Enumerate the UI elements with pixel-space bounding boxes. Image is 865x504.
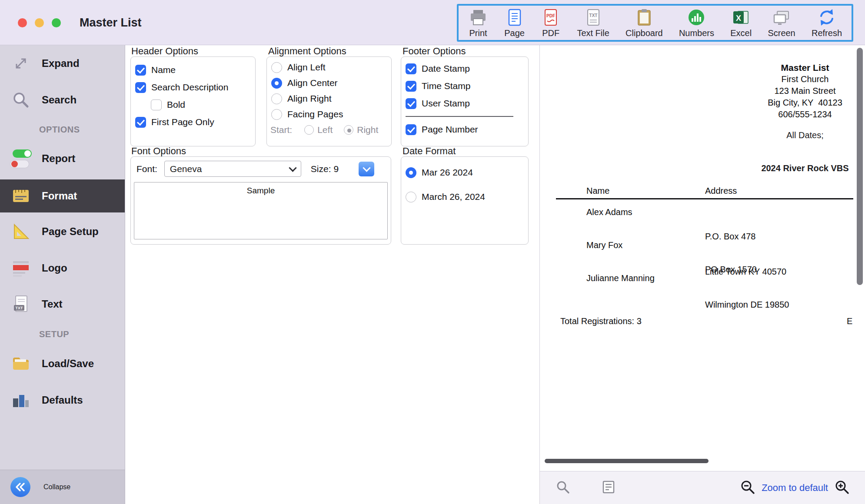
folder-icon xyxy=(10,353,31,374)
align-left-radio[interactable] xyxy=(271,62,282,73)
doc-row-name: Mary Fox xyxy=(586,240,622,250)
magnifier-icon xyxy=(556,480,570,494)
time-stamp-checkbox[interactable] xyxy=(406,81,416,92)
format-panel: Header Options Name Search Description B… xyxy=(126,45,539,504)
date-format-title: Date Format xyxy=(403,146,456,157)
zoom-to-default-link[interactable]: Zoom to default xyxy=(762,482,828,494)
size-label: Size: 9 xyxy=(311,164,339,174)
search-description-checkbox-label: Search Description xyxy=(151,82,228,93)
bold-checkbox-label: Bold xyxy=(167,99,185,110)
vertical-scrollbar-thumb[interactable] xyxy=(857,48,863,285)
sidebar-section-setup: SETUP xyxy=(39,329,69,339)
radio-row-align-center: Align Center xyxy=(267,75,391,91)
start-row: Start: Left Right xyxy=(267,122,391,138)
start-left-radio[interactable] xyxy=(304,125,314,135)
font-select-value: Geneva xyxy=(170,164,202,174)
zoom-out-icon xyxy=(740,479,755,495)
print-button[interactable]: Print xyxy=(468,7,488,38)
preview-bottom-bar: Zoom to default xyxy=(540,471,865,504)
zoom-window-button[interactable] xyxy=(52,18,61,27)
checkbox-row-search-description: Search Description xyxy=(131,79,255,96)
ruler-icon xyxy=(10,186,31,206)
start-left-label: Left xyxy=(317,125,333,135)
screen-button[interactable]: Screen xyxy=(768,7,795,38)
sidebar-item-load-save[interactable]: Load/Save xyxy=(0,345,125,382)
text-file-button[interactable]: TXT Text File xyxy=(577,7,609,38)
bold-checkbox[interactable] xyxy=(151,99,162,110)
pdf-button[interactable]: PDF PDF xyxy=(541,7,561,38)
radio-row-align-left: Align Left xyxy=(267,60,391,75)
doc-column-header-name: Name xyxy=(586,186,609,196)
user-stamp-checkbox[interactable] xyxy=(406,98,416,109)
doc-org-line: 123 Main Street xyxy=(649,85,865,97)
sidebar-item-defaults[interactable]: Defaults xyxy=(0,382,125,418)
sidebar-item-expand[interactable]: Expand xyxy=(0,45,125,82)
sidebar-item-text[interactable]: TXT Text xyxy=(0,286,125,322)
horizontal-scrollbar-thumb[interactable] xyxy=(545,459,709,463)
page-label: Page xyxy=(504,28,525,38)
zoom-out-button[interactable] xyxy=(740,479,755,497)
sidebar-item-format[interactable]: Format xyxy=(0,179,125,212)
page-number-checkbox[interactable] xyxy=(406,124,416,135)
sidebar-item-logo[interactable]: Logo xyxy=(0,250,125,286)
preview-bar-right: Zoom to default xyxy=(740,479,865,497)
sidebar-item-report[interactable]: Report xyxy=(0,140,125,177)
checkbox-row-time-stamp: Time Stamp xyxy=(401,77,528,95)
magnifier-icon xyxy=(10,90,31,110)
numbers-label: Numbers xyxy=(679,28,714,38)
facing-pages-radio[interactable] xyxy=(271,109,282,120)
sidebar-item-page-setup[interactable]: Page Setup xyxy=(0,213,125,250)
sidebar-label-text: Text xyxy=(42,298,63,310)
doc-total-line: Total Registrations: 3 xyxy=(560,316,642,326)
preview-document-button[interactable] xyxy=(602,480,615,496)
numbers-button[interactable]: Numbers xyxy=(679,7,714,38)
doc-org-line: 606/555-1234 xyxy=(649,109,865,120)
traffic-lights xyxy=(18,18,61,27)
chevron-down-icon xyxy=(363,164,370,172)
sidebar-label-page-setup: Page Setup xyxy=(42,225,99,238)
printer-icon xyxy=(468,7,488,27)
collapse-button[interactable] xyxy=(10,477,30,497)
excel-button[interactable]: X Excel xyxy=(730,7,752,38)
chevron-down-icon xyxy=(289,164,296,172)
align-center-radio[interactable] xyxy=(271,78,282,89)
minimize-window-button[interactable] xyxy=(35,18,44,27)
doc-dates-line: All Dates; xyxy=(649,130,865,140)
preview-search-button[interactable] xyxy=(556,480,570,496)
align-right-radio-label: Align Right xyxy=(287,93,332,104)
zoom-in-button[interactable] xyxy=(834,479,850,497)
alignment-options-title: Alignment Options xyxy=(268,46,346,57)
doc-header-block: Master List First Church 123 Main Street… xyxy=(649,62,865,120)
date-stamp-checkbox[interactable] xyxy=(406,63,416,74)
footer-options-box: Date Stamp Time Stamp User Stamp Page Nu… xyxy=(401,56,529,146)
buildings-icon xyxy=(10,390,31,411)
clipboard-button[interactable]: Clipboard xyxy=(625,7,663,38)
radio-row-align-right: Align Right xyxy=(267,91,391,106)
collapse-label: Collapse xyxy=(43,483,70,491)
sidebar: Expand Search OPTIONS Report Format xyxy=(0,45,125,470)
name-checkbox[interactable] xyxy=(135,65,146,76)
refresh-label: Refresh xyxy=(812,28,842,38)
sidebar-label-expand: Expand xyxy=(42,57,80,70)
search-description-checkbox[interactable] xyxy=(135,82,146,93)
start-right-radio[interactable] xyxy=(344,125,353,135)
align-right-radio[interactable] xyxy=(271,93,282,104)
doc-column-header-address: Address xyxy=(705,186,737,196)
page-button[interactable]: Page xyxy=(504,7,525,38)
refresh-icon xyxy=(817,7,837,27)
close-window-button[interactable] xyxy=(18,18,27,27)
date-short-radio-label: Mar 26 2024 xyxy=(422,167,473,178)
refresh-button[interactable]: Refresh xyxy=(812,7,842,38)
report-preview: Master List First Church 123 Main Street… xyxy=(539,45,865,504)
size-dropdown-button[interactable] xyxy=(359,162,374,176)
font-select[interactable]: Geneva xyxy=(164,161,301,177)
sidebar-item-search[interactable]: Search xyxy=(0,82,125,118)
numbers-icon xyxy=(686,7,706,27)
date-short-radio[interactable] xyxy=(406,167,416,178)
date-long-radio[interactable] xyxy=(406,192,416,202)
svg-text:X: X xyxy=(736,14,741,23)
doc-address-line: Wilmington DE 19850 xyxy=(705,299,789,311)
pdf-label: PDF xyxy=(542,28,559,38)
first-page-only-checkbox[interactable] xyxy=(135,117,146,128)
collapse-bar: Collapse xyxy=(0,470,125,504)
